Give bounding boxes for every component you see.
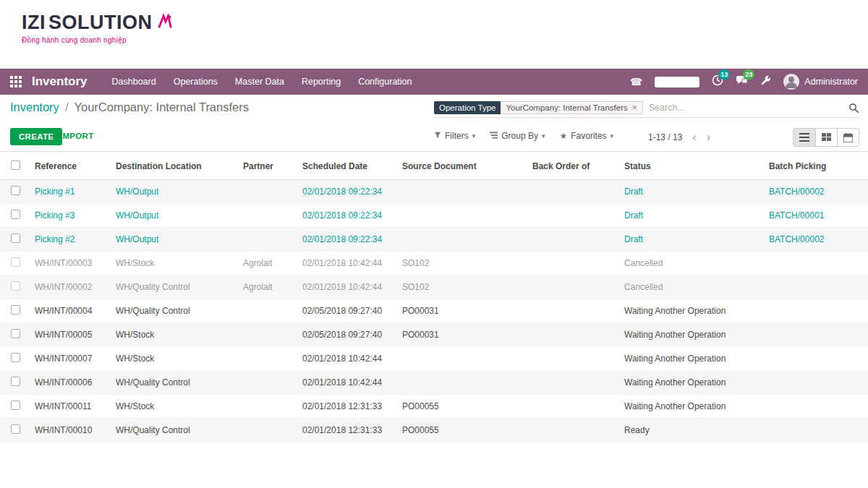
cell-destination[interactable]: WH/Stock	[110, 395, 237, 419]
wrench-icon[interactable]	[760, 75, 771, 89]
row-select-cell[interactable]	[0, 204, 29, 228]
timer-widget[interactable]	[655, 77, 699, 87]
phone-icon[interactable]: ☎	[630, 77, 642, 87]
cell-backorder[interactable]	[527, 371, 618, 395]
activities-button[interactable]: 13	[712, 74, 723, 89]
cell-scheduled[interactable]: 02/01/2018 10:42:44	[297, 252, 396, 275]
cell-batch[interactable]	[763, 252, 868, 275]
menu-operations[interactable]: Operations	[174, 77, 218, 87]
facet-remove-icon[interactable]: ×	[632, 103, 637, 113]
row-checkbox[interactable]	[11, 210, 20, 219]
cell-destination[interactable]: WH/Quality Control	[110, 371, 237, 395]
col-reference[interactable]: Reference	[29, 152, 110, 180]
row-select-cell[interactable]	[0, 347, 29, 371]
cell-source[interactable]: PO00055	[396, 419, 527, 442]
filters-dropdown[interactable]: Filters ▾	[434, 131, 475, 141]
cell-backorder[interactable]	[527, 275, 618, 299]
cell-backorder[interactable]	[527, 204, 618, 228]
cell-status[interactable]: Draft	[618, 180, 763, 204]
cell-source[interactable]: PO00055	[396, 395, 527, 419]
cell-source[interactable]	[396, 180, 527, 204]
cell-destination[interactable]: WH/Stock	[110, 347, 237, 371]
cell-scheduled[interactable]: 02/01/2018 09:22:34	[297, 204, 396, 228]
kanban-view-button[interactable]	[815, 129, 837, 146]
cell-source[interactable]: PO00031	[396, 323, 527, 347]
cell-backorder[interactable]	[527, 299, 618, 323]
cell-reference[interactable]: WH/INT/00011	[29, 395, 110, 419]
row-select-cell[interactable]	[0, 180, 29, 204]
cell-status[interactable]: Waiting Another Operation	[618, 347, 763, 371]
group-by-dropdown[interactable]: Group By ▾	[490, 131, 545, 141]
cell-batch[interactable]	[763, 371, 868, 395]
cell-reference[interactable]: WH/INT/00005	[29, 323, 110, 347]
col-batch-picking[interactable]: Batch Picking	[763, 152, 868, 180]
cell-source[interactable]	[396, 371, 527, 395]
menu-reporting[interactable]: Reporting	[302, 77, 341, 87]
cell-status[interactable]: Draft	[618, 204, 763, 228]
messages-button[interactable]: 23	[736, 74, 748, 89]
cell-source[interactable]	[396, 347, 527, 371]
cell-status[interactable]: Waiting Another Operation	[618, 299, 763, 323]
cell-batch[interactable]	[763, 395, 868, 419]
cell-status[interactable]: Draft	[618, 228, 763, 252]
pager-next-icon[interactable]: ›	[707, 132, 710, 143]
cell-partner[interactable]	[237, 419, 297, 442]
cell-reference[interactable]: Picking #3	[29, 204, 110, 228]
col-partner[interactable]: Partner	[237, 152, 297, 180]
row-checkbox[interactable]	[11, 257, 20, 267]
favorites-dropdown[interactable]: ★ Favorites ▾	[559, 131, 613, 141]
cell-partner[interactable]	[237, 371, 297, 395]
cell-scheduled[interactable]: 02/01/2018 09:22:34	[297, 180, 396, 204]
cell-batch[interactable]	[763, 347, 868, 371]
cell-scheduled[interactable]: 02/01/2018 12:31:33	[297, 395, 396, 419]
cell-scheduled[interactable]: 02/05/2018 09:27:40	[297, 323, 396, 347]
cell-batch[interactable]	[763, 299, 868, 323]
cell-status[interactable]: Ready	[618, 419, 763, 442]
import-button[interactable]: IMPORT	[60, 132, 94, 140]
cell-scheduled[interactable]: 02/01/2018 10:42:44	[297, 371, 396, 395]
user-menu[interactable]: Administrator	[783, 74, 858, 90]
cell-scheduled[interactable]: 02/01/2018 12:31:33	[297, 419, 396, 442]
cell-destination[interactable]: WH/Output	[110, 180, 237, 204]
cell-partner[interactable]: Agrolait	[237, 252, 297, 275]
cell-reference[interactable]: WH/INT/00004	[29, 299, 110, 323]
row-select-cell[interactable]	[0, 299, 29, 323]
cell-partner[interactable]	[237, 347, 297, 371]
pager-prev-icon[interactable]: ‹	[692, 132, 696, 143]
cell-batch[interactable]	[763, 275, 868, 299]
row-checkbox[interactable]	[11, 353, 20, 362]
create-button[interactable]: CREATE	[10, 128, 62, 145]
cell-source[interactable]	[396, 204, 527, 228]
row-select-cell[interactable]	[0, 228, 29, 252]
cell-destination[interactable]: WH/Quality Control	[110, 299, 237, 323]
cell-batch[interactable]: BATCH/00002	[763, 180, 868, 204]
row-select-cell[interactable]	[0, 275, 29, 299]
cell-reference[interactable]: Picking #1	[29, 180, 110, 204]
cell-reference[interactable]: WH/INT/00010	[29, 419, 110, 442]
cell-source[interactable]: SO102	[396, 275, 527, 299]
cell-source[interactable]	[396, 228, 527, 252]
row-select-cell[interactable]	[0, 371, 29, 395]
cell-batch[interactable]	[763, 419, 868, 442]
row-select-cell[interactable]	[0, 419, 29, 442]
cell-scheduled[interactable]: 02/05/2018 09:27:40	[297, 299, 396, 323]
menu-configuration[interactable]: Configuration	[358, 77, 412, 87]
col-source-document[interactable]: Source Document	[396, 152, 527, 180]
cell-source[interactable]: PO00031	[396, 299, 527, 323]
cell-destination[interactable]: WH/Stock	[110, 252, 237, 275]
cell-source[interactable]: SO102	[396, 252, 527, 275]
col-destination-location[interactable]: Destination Location	[110, 152, 237, 180]
cell-scheduled[interactable]: 02/01/2018 10:42:44	[297, 347, 396, 371]
col-status[interactable]: Status	[618, 152, 763, 180]
cell-backorder[interactable]	[527, 252, 618, 275]
cell-backorder[interactable]	[527, 323, 618, 347]
list-view-button[interactable]	[793, 129, 815, 146]
cell-backorder[interactable]	[527, 419, 618, 442]
cell-reference[interactable]: WH/INT/00006	[29, 371, 110, 395]
cell-backorder[interactable]	[527, 180, 618, 204]
cell-status[interactable]: Waiting Another Operation	[618, 395, 763, 419]
row-select-cell[interactable]	[0, 252, 29, 275]
cell-partner[interactable]: Agrolait	[237, 275, 297, 299]
cell-partner[interactable]	[237, 395, 297, 419]
cell-partner[interactable]	[237, 180, 297, 204]
